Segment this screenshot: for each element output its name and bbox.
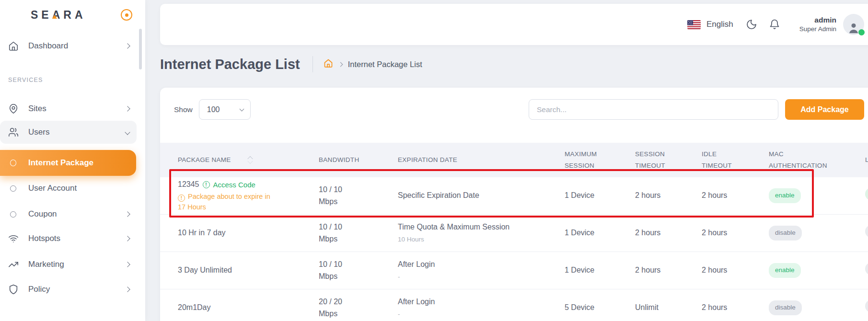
package-table: PACKAGE NAME BANDWIDTH EXPIRATION DATE M…: [160, 143, 868, 321]
partial-badge: [865, 188, 868, 200]
partial-badge: [865, 263, 868, 275]
cell-max-session: 1 Device: [565, 190, 635, 202]
status-badge: disable: [769, 226, 802, 241]
cell-session-timeout: 2 hours: [635, 190, 702, 202]
cell-session-timeout: 2 hours: [635, 227, 702, 239]
brand-header: SEARA: [0, 5, 145, 25]
page-header: Internet Package List Internet Package L…: [160, 54, 422, 75]
breadcrumb-home-icon[interactable]: [324, 58, 333, 70]
column-header-session-timeout: SESSION TIMEOUT: [635, 149, 702, 172]
avatar[interactable]: [843, 14, 864, 35]
sidebar-item-sites[interactable]: Sites: [0, 99, 137, 118]
sidebar-item-dashboard[interactable]: Dashboard: [0, 36, 137, 56]
sidebar-scrollbar[interactable]: [139, 29, 142, 69]
cell-bandwidth: 20 / 20 Mbps: [319, 296, 398, 320]
cell-mac-auth: disable: [769, 226, 865, 241]
partial-badge: [865, 300, 868, 312]
column-header-expiration: EXPIRATION DATE: [398, 154, 565, 166]
sidebar-item-label: Coupon: [28, 209, 57, 219]
sidebar-item-label: User Account: [28, 183, 77, 193]
status-badge: enable: [769, 188, 801, 203]
radio-circle-icon: [10, 185, 16, 192]
expiration-subtext: 10 Hours: [398, 235, 565, 245]
table-row: 10 Hr in 7 day 10 / 10 Mbps Time Quota &…: [160, 215, 868, 252]
column-header-mac-auth: MAC AUTHENTICATION: [769, 149, 865, 172]
page-size-value: 100: [207, 105, 220, 114]
chevron-right-icon: [125, 106, 130, 111]
cell-package-name: 12345 ! Access Code !Package about to ex…: [160, 179, 319, 212]
user-info: admin Super Admin: [799, 15, 836, 34]
partial-badge: [865, 225, 868, 238]
cell-idle-timeout: 2 hours: [702, 302, 769, 314]
cell-idle-timeout: 2 hours: [702, 264, 769, 276]
cell-max-session: 5 Device: [565, 302, 635, 314]
online-status-dot: [858, 29, 865, 35]
page-size-select[interactable]: 100: [199, 99, 251, 120]
cell-max-session: 1 Device: [565, 264, 635, 276]
sidebar-item-hotspots[interactable]: Hotspots: [0, 229, 137, 248]
table-row: 3 Day Unlimited 10 / 10 Mbps After Login…: [160, 252, 868, 289]
cell-bandwidth: 10 / 10 Mbps: [319, 259, 398, 283]
users-icon: [8, 127, 19, 138]
radio-circle-icon: [10, 211, 16, 218]
search-input[interactable]: [529, 99, 778, 120]
user-name: admin: [814, 15, 836, 25]
user-role: Super Admin: [799, 25, 836, 34]
us-flag-icon[interactable]: [687, 20, 701, 29]
breadcrumb-current: Internet Package List: [348, 60, 422, 69]
cell-bandwidth: 10 / 10 Mbps: [319, 184, 398, 208]
cell-bandwidth: 10 / 10 Mbps: [319, 221, 398, 245]
cell-session-timeout: 2 hours: [635, 264, 702, 276]
table-row: 12345 ! Access Code !Package about to ex…: [160, 177, 868, 215]
table-row: 20m1Day 20 / 20 Mbps After Login - 5 Dev…: [160, 289, 868, 321]
divider: [312, 56, 313, 72]
home-icon: [8, 41, 19, 51]
app-screen: SEARA Dashboard SERVICES Sites Users: [0, 0, 868, 321]
column-header-package-name[interactable]: PACKAGE NAME: [160, 154, 319, 166]
topbar: English admin Super Admin: [160, 4, 868, 45]
moon-icon[interactable]: [746, 19, 757, 30]
expire-warning: !Package about to expire in 17 Hours: [178, 192, 277, 213]
show-label: Show: [174, 105, 193, 114]
expiration-subtext: -: [398, 272, 565, 282]
access-code-badge: Access Code: [213, 179, 255, 190]
wifi-icon: [8, 233, 19, 244]
sidebar-item-label: Dashboard: [28, 41, 68, 51]
package-list-card: Show 100 Add Package PACKAGE NAME BANDWI…: [160, 88, 868, 321]
chevron-right-icon: [125, 287, 130, 292]
brand-logo: SEARA: [31, 5, 86, 25]
language-selector[interactable]: English: [706, 20, 733, 29]
chevron-right-icon: [125, 43, 130, 48]
sidebar-item-label: Users: [28, 127, 49, 137]
cell-mac-auth: enable: [769, 263, 865, 278]
chevron-right-icon: [125, 211, 130, 217]
chevron-right-icon: [125, 236, 130, 241]
column-header-max-session: MAXIMUM SESSION: [565, 149, 635, 172]
bell-icon[interactable]: [769, 19, 780, 30]
info-icon: !: [203, 181, 210, 188]
sidebar-item-label: Hotspots: [28, 234, 60, 243]
sidebar-item-marketing[interactable]: Marketing: [0, 255, 137, 274]
table-controls: Show 100 Add Package: [174, 99, 864, 120]
radio-circle-icon: [10, 160, 16, 166]
cell-partial: [865, 225, 868, 241]
cell-mac-auth: enable: [769, 188, 865, 203]
page-title: Internet Package List: [160, 57, 300, 72]
sidebar-item-internet-package[interactable]: Internet Package: [0, 150, 136, 176]
add-package-button[interactable]: Add Package: [785, 99, 864, 120]
sidebar-toggle-icon[interactable]: [121, 9, 132, 21]
cell-expiration: After Login -: [398, 259, 565, 282]
cell-expiration: After Login -: [398, 296, 565, 320]
sidebar-item-users[interactable]: Users: [0, 121, 137, 144]
sidebar-item-coupon[interactable]: Coupon: [0, 205, 137, 224]
cell-partial: [865, 188, 868, 204]
sidebar-item-label: Policy: [28, 285, 50, 294]
sort-icon: [248, 157, 252, 163]
cell-expiration: Time Quota & Maximum Session 10 Hours: [398, 221, 565, 245]
cell-idle-timeout: 2 hours: [702, 190, 769, 202]
sidebar-item-policy[interactable]: Policy: [0, 280, 137, 299]
sidebar-item-user-account[interactable]: User Account: [0, 179, 137, 198]
table-header-row: PACKAGE NAME BANDWIDTH EXPIRATION DATE M…: [160, 143, 868, 177]
cell-partial: [865, 300, 868, 316]
cell-partial: [865, 263, 868, 279]
